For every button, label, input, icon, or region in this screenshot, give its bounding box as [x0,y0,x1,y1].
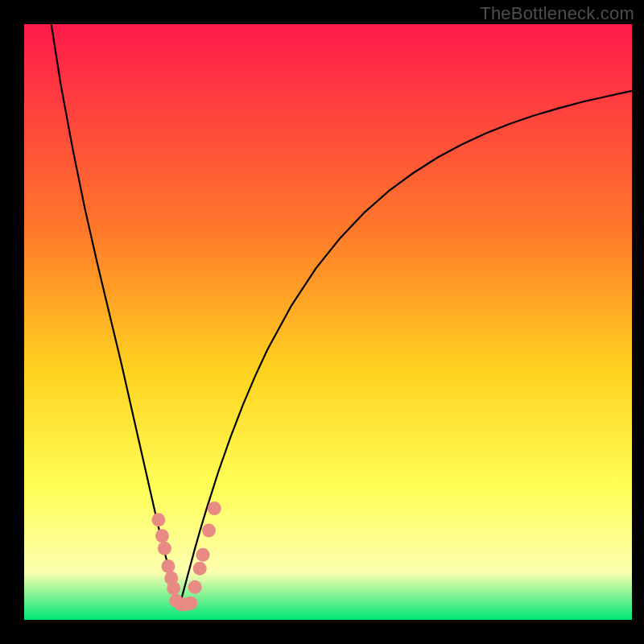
watermark-text: TheBottleneck.com [480,3,634,24]
data-dot [158,542,171,555]
data-dot [151,513,165,526]
data-dot [196,548,209,562]
data-dot [161,559,175,573]
data-dot [155,529,169,543]
data-dot [202,524,216,538]
chart-frame: TheBottleneck.com [0,0,644,644]
plot-area [24,24,632,620]
data-dot [193,562,207,576]
data-dot [188,580,202,594]
chart-svg [24,24,632,620]
data-dot [208,502,221,515]
data-dot [167,581,180,595]
data-dot [184,597,197,610]
